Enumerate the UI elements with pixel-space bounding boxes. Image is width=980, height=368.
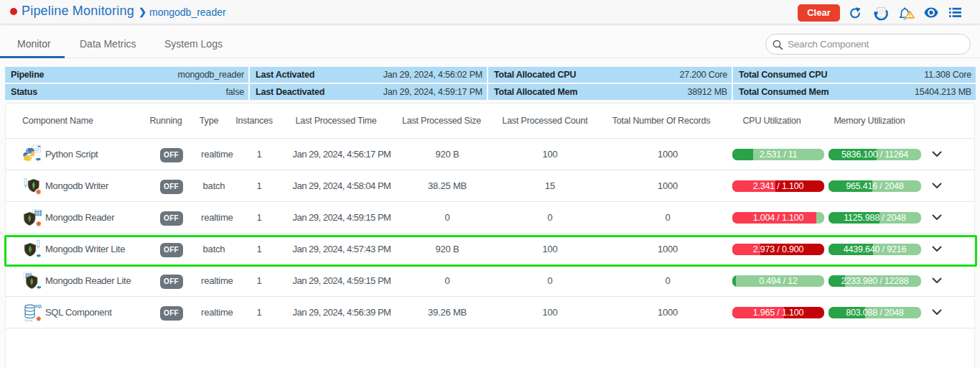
svg-text:SQL: SQL [35,304,42,308]
svg-text:Query: Query [24,318,32,322]
